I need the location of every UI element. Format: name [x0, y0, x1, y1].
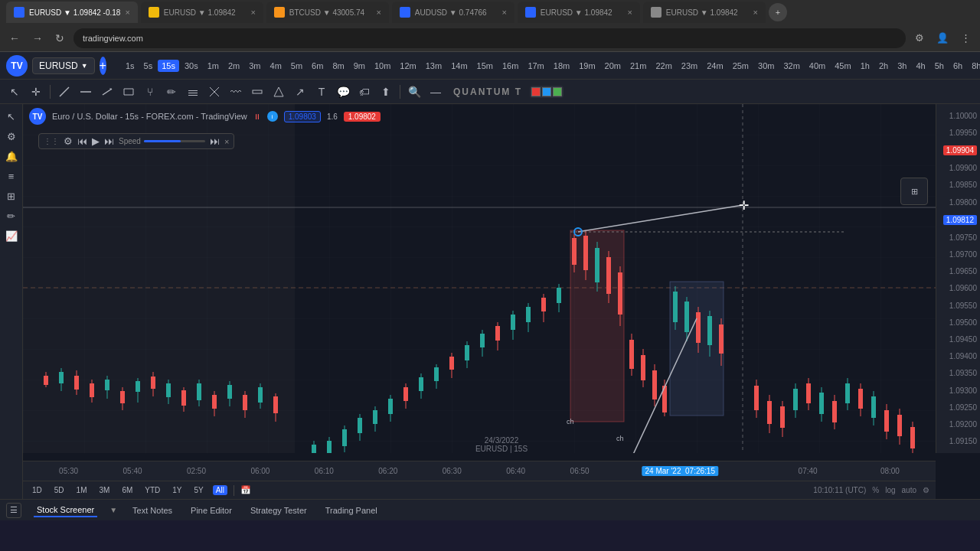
refresh-button[interactable]: ↻ [52, 31, 67, 46]
context-grid-button[interactable]: ⊞ [904, 181, 924, 201]
tf-3h[interactable]: 3h [893, 60, 910, 72]
period-3m[interactable]: 3M [96, 485, 113, 495]
wave-tool[interactable]: 〰 [226, 82, 246, 102]
pitchfork-tool[interactable]: ⑂ [140, 82, 160, 102]
tf-22m[interactable]: 22m [652, 60, 675, 72]
zoom-tool[interactable]: 🔍 [404, 82, 424, 102]
tf-13m[interactable]: 13m [422, 60, 446, 72]
replay-settings-icon[interactable]: ⚙ [64, 135, 73, 147]
replay-play-button[interactable]: ▶ [92, 135, 100, 147]
tf-4h[interactable]: 4h [912, 60, 929, 72]
cursor-tool[interactable]: ↖ [5, 82, 24, 102]
status-tab-strategy-tester[interactable]: Strategy Tester [247, 504, 310, 517]
tf-25m[interactable]: 25m [729, 60, 753, 72]
tab-eurusd-2[interactable]: EURUSD ▼ 1.09842 × [141, 2, 263, 23]
tf-9m[interactable]: 9m [350, 60, 369, 72]
forward-button[interactable]: → [29, 31, 46, 46]
tf-6h[interactable]: 6h [949, 60, 966, 72]
callout-tool[interactable]: 💬 [333, 82, 353, 102]
screener-dropdown-icon[interactable]: ▼ [109, 506, 117, 514]
auto-toggle[interactable]: auto [902, 486, 916, 494]
tf-8h[interactable]: 8h [968, 60, 980, 72]
tf-3m[interactable]: 3m [245, 60, 264, 72]
settings-wheel-icon[interactable]: ⚙ [923, 486, 929, 494]
tf-8m[interactable]: 8m [328, 60, 348, 72]
new-tab-button[interactable]: + [769, 3, 787, 21]
gann-tool[interactable] [204, 82, 224, 102]
tab-close-3[interactable]: × [627, 8, 632, 17]
tab-audusd[interactable]: AUDUSD ▼ 0.74766 × [392, 2, 514, 23]
line-tool[interactable] [54, 82, 74, 102]
status-tab-trading-panel[interactable]: Trading Panel [322, 504, 381, 517]
tab-eurusd-1[interactable]: EURUSD ▼ 1.09842 -0.18 × [6, 2, 138, 23]
period-6m[interactable]: 6M [119, 485, 136, 495]
pattern-tool[interactable] [269, 82, 289, 102]
tf-21m[interactable]: 21m [626, 60, 650, 72]
period-5y[interactable]: 5Y [191, 485, 207, 495]
tf-16m[interactable]: 16m [498, 60, 522, 72]
status-tab-screener[interactable]: Stock Screener [34, 504, 97, 517]
tf-1h[interactable]: 1h [857, 60, 874, 72]
tab-close-2[interactable]: × [250, 8, 255, 17]
tf-23m[interactable]: 23m [678, 60, 701, 72]
text-tool[interactable]: T [312, 82, 332, 102]
profile-button[interactable]: 👤 [933, 31, 952, 45]
tf-18m[interactable]: 18m [550, 60, 573, 72]
replay-close-button[interactable]: × [224, 137, 229, 146]
replay-forward-button[interactable]: ⏭ [210, 135, 220, 147]
sidebar-list-icon[interactable]: ≡ [2, 167, 21, 185]
tab-close-1[interactable]: × [125, 8, 129, 17]
color-green[interactable] [553, 87, 562, 96]
chart-area[interactable]: TV Euro / U.S. Dollar - 15s - FOREX.com … [23, 104, 980, 499]
tab-eurusd-3[interactable]: EURUSD ▼ 1.09842 × [518, 2, 640, 23]
extensions-button[interactable]: ⚙ [912, 31, 927, 45]
tab-eurusd-4[interactable]: EURUSD ▼ 1.09842 × [643, 2, 766, 23]
horizontal-line-tool[interactable] [76, 82, 96, 102]
tf-19m[interactable]: 19m [575, 60, 599, 72]
tf-2m[interactable]: 2m [224, 60, 243, 72]
sidebar-indicator-icon[interactable]: 📈 [2, 227, 21, 245]
period-5d[interactable]: 5D [51, 485, 67, 495]
add-symbol-button[interactable]: + [100, 57, 106, 75]
prediction-tool[interactable]: ↗ [290, 82, 310, 102]
tf-12m[interactable]: 12m [396, 60, 420, 72]
sidebar-settings-icon[interactable]: ⚙ [2, 127, 21, 145]
tab-close-btc[interactable]: × [376, 8, 381, 17]
tf-14m[interactable]: 14m [447, 60, 471, 72]
tab-close-aud[interactable]: × [501, 8, 506, 17]
tf-32m[interactable]: 32m [779, 60, 803, 72]
status-bar-menu-icon[interactable]: ☰ [6, 503, 21, 518]
log-toggle[interactable]: log [885, 486, 895, 494]
menu-button[interactable]: ⋮ [958, 31, 974, 45]
brush-tool[interactable]: ✏ [162, 82, 181, 102]
period-1d[interactable]: 1D [29, 485, 45, 495]
back-button[interactable]: ← [6, 31, 23, 46]
tf-24m[interactable]: 24m [703, 60, 727, 72]
percent-indicator[interactable]: % [872, 486, 879, 494]
sidebar-cursor-icon[interactable]: ↖ [2, 107, 21, 126]
tab-btcusd[interactable]: BTCUSD ▼ 43005.74 × [266, 2, 389, 23]
tf-30m[interactable]: 30m [754, 60, 778, 72]
tf-6m[interactable]: 6m [308, 60, 327, 72]
period-all[interactable]: All [213, 485, 227, 495]
price-label-tool[interactable]: 🏷 [354, 82, 374, 102]
magnet-tool[interactable]: — [426, 82, 446, 102]
arrow-tool[interactable]: ⬆ [376, 82, 396, 102]
period-1y[interactable]: 1Y [169, 485, 185, 495]
replay-next-button[interactable]: ⏭ [104, 135, 114, 147]
sidebar-drawing-icon[interactable]: ✏ [2, 207, 21, 225]
measure-tool[interactable] [247, 82, 267, 102]
tf-5h[interactable]: 5h [931, 60, 948, 72]
status-tab-pine-editor[interactable]: Pine Editor [188, 504, 235, 517]
address-bar[interactable]: tradingview.com [74, 28, 906, 48]
tf-1s[interactable]: 1s [122, 60, 139, 72]
period-ytd[interactable]: YTD [142, 485, 163, 495]
tf-15s[interactable]: 15s [158, 60, 179, 72]
calendar-icon[interactable]: 📅 [240, 485, 251, 495]
tf-45m[interactable]: 45m [831, 60, 854, 72]
fib-tool[interactable] [183, 82, 203, 102]
tf-17m[interactable]: 17m [524, 60, 547, 72]
crosshair-tool[interactable]: ✛ [26, 82, 46, 102]
tf-5m[interactable]: 5m [287, 60, 306, 72]
tab-close-4[interactable]: × [753, 8, 757, 17]
